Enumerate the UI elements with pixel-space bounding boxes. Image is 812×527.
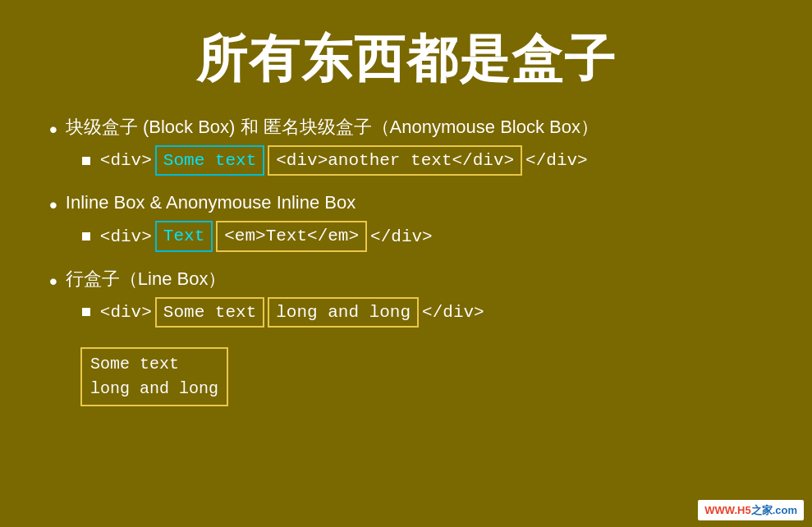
long-and-long-box-yellow: long and long (268, 297, 419, 328)
bullet-item-1-text: 块级盒子 (Block Box) 和 匿名块级盒子（Anonymouse Blo… (66, 117, 599, 137)
sub-item-2-prefix: <div> (100, 227, 152, 246)
watermark-h5: H5 (737, 504, 751, 516)
sub-bullet-2 (82, 232, 90, 241)
bullet-item-2-text: Inline Box & Anonymouse Inline Box (66, 192, 356, 213)
watermark-com: .com (773, 504, 797, 516)
bullet-item-3: • 行盒子（Line Box） <div> Some text long and… (49, 265, 763, 334)
bullet-dot-1: • (49, 113, 57, 145)
bullet-item-3-text: 行盒子（Line Box） (66, 268, 227, 289)
bullet-item-1: • 块级盒子 (Block Box) 和 匿名块级盒子（Anonymouse B… (49, 113, 763, 182)
watermark-text: WWW.H5之家.com (704, 504, 797, 516)
sub-item-1: <div> Some text <div>another text</div> … (82, 145, 599, 176)
watermark-zh: 之家 (751, 504, 773, 516)
sub-bullet-1 (82, 157, 90, 165)
main-title: 所有东西都是盒子 (49, 25, 763, 94)
bullet-item-1-content: 块级盒子 (Block Box) 和 匿名块级盒子（Anonymouse Blo… (66, 113, 599, 182)
watermark: WWW.H5之家.com (698, 500, 804, 520)
text-box-cyan: Text (155, 221, 213, 251)
line-box-container: Some text long and long (80, 341, 763, 406)
bullet-dot-2: • (49, 189, 57, 221)
sub-item-2-suffix: </div> (370, 227, 433, 246)
sub-list-1: <div> Some text <div>another text</div> … (82, 145, 599, 176)
em-text-box-yellow: <em>Text</em> (216, 221, 367, 251)
line-box-line2: long and long (90, 377, 218, 401)
line-box-demo: Some text long and long (80, 347, 228, 406)
watermark-www: WWW. (704, 504, 737, 516)
sub-item-2: <div> Text <em>Text</em> </div> (82, 221, 433, 251)
slide-container: 所有东西都是盒子 • 块级盒子 (Block Box) 和 匿名块级盒子（Ano… (0, 0, 812, 527)
sub-item-3-suffix: </div> (422, 303, 484, 322)
bullet-dot-3: • (49, 265, 57, 297)
sub-item-3-prefix: <div> (100, 303, 152, 322)
some-text-box-yellow: Some text (155, 297, 264, 328)
sub-list-2: <div> Text <em>Text</em> </div> (82, 221, 433, 251)
bullet-item-2: • Inline Box & Anonymouse Inline Box <di… (49, 189, 763, 258)
another-text-box-yellow: <div>another text</div> (268, 145, 522, 176)
sub-item-1-suffix: </div> (525, 151, 588, 170)
bullet-list: • 块级盒子 (Block Box) 和 匿名块级盒子（Anonymouse B… (49, 113, 763, 334)
line-box-line1: Some text (90, 352, 218, 377)
some-text-box-cyan: Some text (155, 145, 264, 176)
bullet-item-3-content: 行盒子（Line Box） <div> Some text long and l… (66, 265, 484, 334)
sub-item-3: <div> Some text long and long </div> (82, 297, 484, 328)
sub-bullet-3 (82, 308, 90, 316)
bullet-item-2-content: Inline Box & Anonymouse Inline Box <div>… (66, 189, 433, 258)
sub-list-3: <div> Some text long and long </div> (82, 297, 484, 328)
sub-item-1-prefix: <div> (100, 151, 152, 170)
